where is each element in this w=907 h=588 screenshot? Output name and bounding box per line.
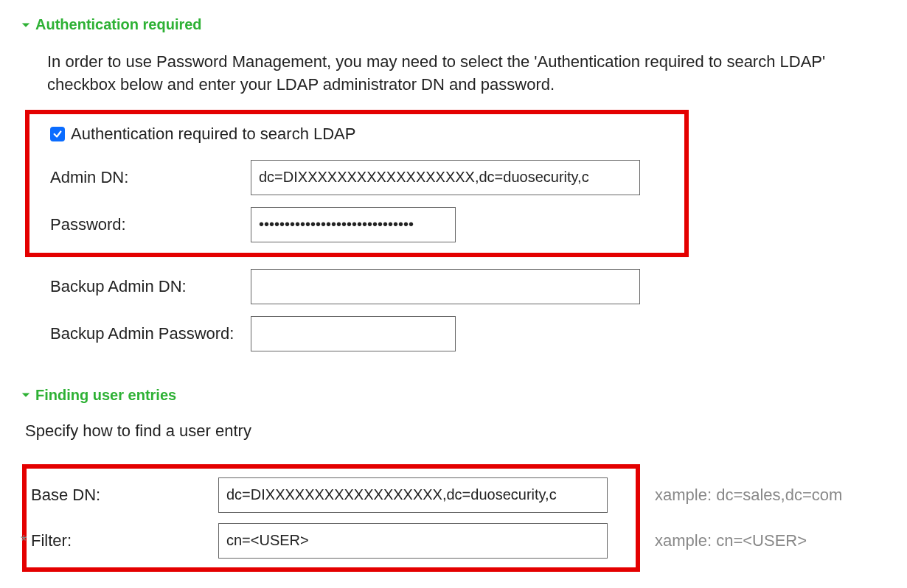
section-title-auth: Authentication required bbox=[35, 16, 202, 33]
auth-highlight-box: Authentication required to search LDAP A… bbox=[25, 110, 689, 257]
password-row: Password: bbox=[50, 207, 664, 242]
filter-input[interactable] bbox=[218, 523, 608, 559]
base-dn-example: xample: dc=sales,dc=com bbox=[655, 486, 842, 505]
filter-required-asterisk: * bbox=[21, 531, 27, 550]
admin-dn-label: Admin DN: bbox=[50, 168, 251, 187]
finding-highlight-box: Base DN: xample: dc=sales,dc=com * Filte… bbox=[22, 464, 640, 572]
base-dn-input[interactable] bbox=[218, 477, 608, 513]
chevron-down-icon bbox=[21, 390, 31, 400]
auth-required-checkbox[interactable] bbox=[50, 127, 65, 141]
password-input[interactable] bbox=[251, 207, 456, 242]
auth-required-checkbox-label: Authentication required to search LDAP bbox=[71, 125, 355, 144]
admin-dn-input[interactable] bbox=[251, 160, 640, 195]
backup-admin-dn-row: Backup Admin DN: bbox=[50, 269, 886, 304]
section-title-finding: Finding user entries bbox=[35, 387, 176, 404]
filter-label: Filter: bbox=[29, 531, 218, 550]
backup-admin-dn-label: Backup Admin DN: bbox=[50, 277, 251, 296]
backup-admin-password-label: Backup Admin Password: bbox=[50, 324, 251, 343]
section-body-auth: In order to use Password Management, you… bbox=[21, 51, 886, 351]
admin-dn-row: Admin DN: bbox=[50, 160, 664, 195]
backup-admin-password-input[interactable] bbox=[251, 316, 456, 351]
finding-subhead: Specify how to find a user entry bbox=[25, 421, 886, 441]
backup-admin-dn-input[interactable] bbox=[251, 269, 640, 304]
filter-example: xample: cn=<USER> bbox=[655, 531, 807, 550]
backup-admin-password-row: Backup Admin Password: bbox=[50, 316, 886, 351]
password-label: Password: bbox=[50, 215, 251, 234]
chevron-down-icon bbox=[21, 20, 31, 30]
base-dn-label: Base DN: bbox=[29, 486, 218, 505]
section-body-finding: Specify how to find a user entry Base DN… bbox=[25, 421, 886, 572]
auth-intro-text: In order to use Password Management, you… bbox=[47, 51, 886, 97]
section-toggle-auth-required[interactable]: Authentication required bbox=[21, 16, 886, 33]
auth-required-checkbox-row: Authentication required to search LDAP bbox=[50, 125, 664, 144]
section-toggle-finding-users[interactable]: Finding user entries bbox=[21, 387, 886, 404]
